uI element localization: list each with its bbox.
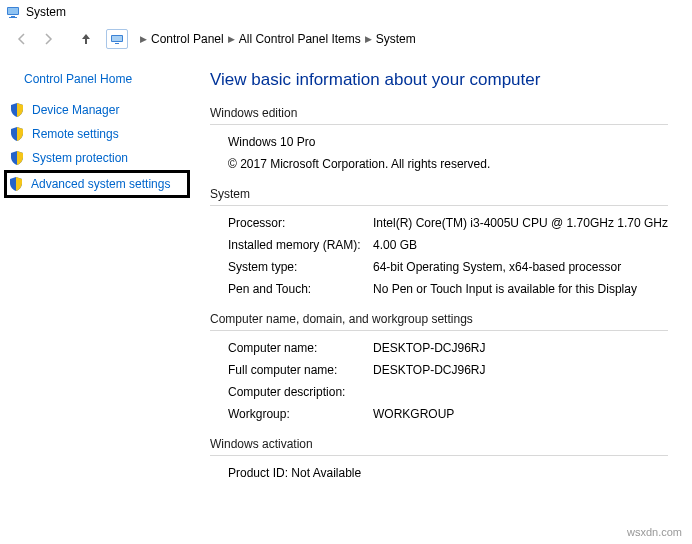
breadcrumb-all-items[interactable]: All Control Panel Items — [239, 32, 361, 46]
section-activation: Windows activation — [210, 437, 668, 456]
breadcrumb-system[interactable]: System — [376, 32, 416, 46]
chevron-right-icon: ▶ — [140, 34, 147, 44]
breadcrumb-control-panel[interactable]: Control Panel — [151, 32, 224, 46]
shield-icon — [9, 177, 23, 191]
section-windows-edition: Windows edition — [210, 106, 668, 125]
body: Control Panel Home Device Manager Remote… — [0, 54, 692, 544]
svg-rect-5 — [112, 36, 122, 41]
ram-value: 4.00 GB — [373, 238, 668, 252]
system-type-label: System type: — [228, 260, 373, 274]
workgroup-label: Workgroup: — [228, 407, 373, 421]
sidebar: Control Panel Home Device Manager Remote… — [0, 66, 190, 544]
chevron-right-icon: ▶ — [365, 34, 372, 44]
sidebar-label: Device Manager — [32, 103, 119, 117]
edition-copyright: © 2017 Microsoft Corporation. All rights… — [228, 153, 668, 175]
processor-label: Processor: — [228, 216, 373, 230]
sidebar-item-remote-settings[interactable]: Remote settings — [6, 122, 190, 146]
titlebar: System — [0, 0, 692, 24]
product-id: Product ID: Not Available — [228, 462, 668, 484]
shield-icon — [10, 151, 24, 165]
svg-rect-6 — [115, 43, 119, 44]
ram-label: Installed memory (RAM): — [228, 238, 373, 252]
sidebar-item-advanced-system-settings[interactable]: Advanced system settings — [4, 170, 190, 198]
computer-name-label: Computer name: — [228, 341, 373, 355]
system-icon — [6, 5, 20, 19]
page-heading: View basic information about your comput… — [210, 66, 668, 106]
workgroup-value: WORKGROUP — [373, 407, 668, 421]
nav-up-button[interactable] — [76, 29, 96, 49]
section-name-domain: Computer name, domain, and workgroup set… — [210, 312, 668, 331]
system-type-value: 64-bit Operating System, x64-based proce… — [373, 260, 668, 274]
svg-rect-2 — [11, 16, 15, 17]
nav-back-button[interactable] — [12, 29, 32, 49]
processor-value: Intel(R) Core(TM) i3-4005U CPU @ 1.70GHz… — [373, 216, 668, 230]
watermark: wsxdn.com — [627, 526, 682, 538]
computer-description-value — [373, 385, 668, 399]
control-panel-home-link[interactable]: Control Panel Home — [6, 66, 190, 98]
computer-name-value: DESKTOP-DCJ96RJ — [373, 341, 668, 355]
chevron-right-icon: ▶ — [228, 34, 235, 44]
shield-icon — [10, 103, 24, 117]
sidebar-label: Remote settings — [32, 127, 119, 141]
breadcrumb: ▶ Control Panel ▶ All Control Panel Item… — [134, 27, 422, 51]
shield-icon — [10, 127, 24, 141]
nav-row: ▶ Control Panel ▶ All Control Panel Item… — [0, 24, 692, 54]
sidebar-item-system-protection[interactable]: System protection — [6, 146, 190, 170]
full-computer-name-value: DESKTOP-DCJ96RJ — [373, 363, 668, 377]
pen-touch-label: Pen and Touch: — [228, 282, 373, 296]
full-computer-name-label: Full computer name: — [228, 363, 373, 377]
svg-rect-3 — [9, 17, 17, 18]
pen-touch-value: No Pen or Touch Input is available for t… — [373, 282, 668, 296]
computer-description-label: Computer description: — [228, 385, 373, 399]
sidebar-label: Advanced system settings — [31, 177, 170, 191]
section-system: System — [210, 187, 668, 206]
sidebar-item-device-manager[interactable]: Device Manager — [6, 98, 190, 122]
window-title: System — [26, 5, 66, 19]
sidebar-label: System protection — [32, 151, 128, 165]
edition-name: Windows 10 Pro — [228, 131, 668, 153]
breadcrumb-icon[interactable] — [106, 29, 128, 49]
main: View basic information about your comput… — [190, 66, 692, 544]
nav-forward-button[interactable] — [38, 29, 58, 49]
svg-rect-1 — [8, 8, 18, 14]
